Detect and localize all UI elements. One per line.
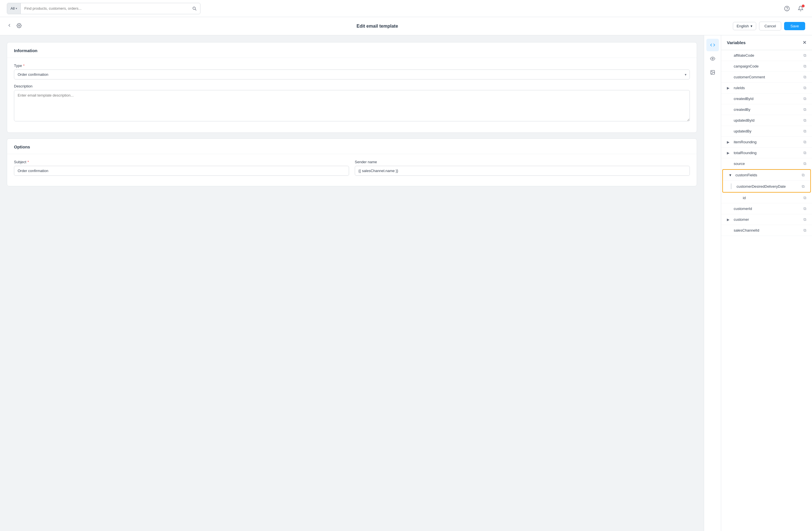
svg-point-4 xyxy=(18,25,20,26)
var-item-salesChannelId: ▶ salesChannelId ⧉ xyxy=(721,225,812,236)
var-name: itemRounding xyxy=(734,140,756,144)
var-item-customerComment: ▶ customerComment ⧉ xyxy=(721,72,812,83)
svg-point-5 xyxy=(712,58,713,59)
content-area: Information Type * Order confirmation ▾ xyxy=(0,35,704,531)
var-item-affiliateCode: ▶ affiliateCode ⧉ xyxy=(721,50,812,61)
type-select[interactable]: Order confirmation xyxy=(14,70,690,80)
var-name: salesChannelId xyxy=(734,228,759,232)
copy-customerDesiredDeliveryDate-button[interactable]: ⧉ xyxy=(802,184,804,189)
expand-itemRounding-button[interactable]: ▶ xyxy=(727,140,731,144)
sidebar-panel xyxy=(704,35,721,531)
var-item-ruleIds: ▶ ruleIds ⧉ xyxy=(721,83,812,94)
search-filter-dropdown[interactable]: All ▾ xyxy=(7,3,21,14)
var-item-updatedById: ▶ updatedById ⧉ xyxy=(721,115,812,126)
var-item-customFields: ▼ customFields ⧉ xyxy=(723,170,810,181)
search-input[interactable] xyxy=(21,3,189,14)
copy-customFields-button[interactable]: ⧉ xyxy=(802,173,804,177)
tab-preview[interactable] xyxy=(706,53,719,65)
subject-label: Subject * xyxy=(14,160,349,164)
copy-affiliateCode-button[interactable]: ⧉ xyxy=(803,53,806,58)
information-card: Information Type * Order confirmation ▾ xyxy=(7,42,697,133)
expand-ruleIds-button[interactable]: ▶ xyxy=(727,86,731,90)
information-card-title: Information xyxy=(7,42,697,58)
page-actions: English ▾ Cancel Save xyxy=(733,21,805,30)
type-label: Type * xyxy=(14,63,690,68)
variables-title: Variables xyxy=(727,40,746,45)
tree-line xyxy=(731,184,733,189)
search-bar: All ▾ xyxy=(7,3,200,14)
page-header: Edit email template English ▾ Cancel Sav… xyxy=(0,17,812,35)
var-name: createdBy xyxy=(734,107,751,112)
subject-field-group: Subject * xyxy=(14,160,349,176)
copy-createdById-button[interactable]: ⧉ xyxy=(803,96,806,101)
copy-source-button[interactable]: ⧉ xyxy=(803,161,806,166)
var-name: affiliateCode xyxy=(734,53,754,58)
copy-ruleIds-button[interactable]: ⧉ xyxy=(803,85,806,90)
copy-itemRounding-button[interactable]: ⧉ xyxy=(803,140,806,144)
var-name: id xyxy=(743,196,746,200)
options-card-title: Options xyxy=(7,139,697,154)
sender-name-input[interactable] xyxy=(355,166,690,176)
copy-salesChannelId-button[interactable]: ⧉ xyxy=(803,228,806,233)
var-name: customerDesiredDeliveryDate xyxy=(737,184,786,189)
var-name: ruleIds xyxy=(734,86,745,90)
copy-customer-button[interactable]: ⧉ xyxy=(803,217,806,222)
filter-label: All xyxy=(11,6,15,11)
var-name: createdById xyxy=(734,97,753,101)
expand-customFields-button[interactable]: ▼ xyxy=(728,173,733,177)
var-name: totalRounding xyxy=(734,151,756,155)
notification-badge xyxy=(802,4,804,8)
variables-panel: Variables ✕ ▶ affiliateCode ⧉ ▶ campaign… xyxy=(721,35,812,531)
customFields-highlighted-group: ▼ customFields ⧉ customerDesiredDelivery… xyxy=(722,169,811,192)
var-name: customerComment xyxy=(734,75,765,79)
var-item-campaignCode: ▶ campaignCode ⧉ xyxy=(721,61,812,72)
sender-name-label: Sender name xyxy=(355,160,690,164)
type-select-wrapper: Order confirmation ▾ xyxy=(14,70,690,80)
copy-updatedBy-button[interactable]: ⧉ xyxy=(803,129,806,134)
svg-point-7 xyxy=(711,71,712,72)
svg-line-1 xyxy=(195,9,196,10)
tab-code[interactable] xyxy=(706,39,719,51)
options-form-row: Subject * Sender name xyxy=(14,160,690,180)
sender-name-field-group: Sender name xyxy=(355,160,690,176)
copy-totalRounding-button[interactable]: ⧉ xyxy=(803,150,806,155)
cancel-button[interactable]: Cancel xyxy=(759,21,781,30)
copy-customerComment-button[interactable]: ⧉ xyxy=(803,75,806,80)
var-name: updatedById xyxy=(734,118,754,123)
filter-chevron-icon: ▾ xyxy=(16,7,17,10)
var-item-createdById: ▶ createdById ⧉ xyxy=(721,94,812,104)
expand-totalRounding-button[interactable]: ▶ xyxy=(727,151,731,155)
var-item-customerId: ▶ customerId ⧉ xyxy=(721,203,812,214)
var-item-source: ▶ source ⧉ xyxy=(721,158,812,169)
expand-customer-button[interactable]: ▶ xyxy=(727,218,731,221)
var-item-itemRounding: ▶ itemRounding ⧉ xyxy=(721,137,812,147)
copy-customerId-button[interactable]: ⧉ xyxy=(803,206,806,211)
search-submit-button[interactable] xyxy=(189,3,200,14)
var-item-updatedBy: ▶ updatedBy ⧉ xyxy=(721,126,812,137)
description-field-group: Description xyxy=(14,84,690,122)
back-button[interactable] xyxy=(7,23,12,29)
var-item-totalRounding: ▶ totalRounding ⧉ xyxy=(721,147,812,158)
copy-createdBy-button[interactable]: ⧉ xyxy=(803,107,806,112)
type-required-star: * xyxy=(23,63,25,68)
settings-icon[interactable] xyxy=(16,23,21,29)
options-card: Options Subject * Sender name xyxy=(7,139,697,186)
copy-id-button[interactable]: ⧉ xyxy=(803,196,806,200)
tab-image[interactable] xyxy=(706,66,719,78)
copy-updatedById-button[interactable]: ⧉ xyxy=(803,118,806,123)
language-selector[interactable]: English ▾ xyxy=(733,22,756,30)
save-button[interactable]: Save xyxy=(784,22,805,30)
description-textarea[interactable] xyxy=(14,90,690,121)
var-name: customerId xyxy=(734,206,752,211)
help-icon[interactable] xyxy=(782,4,792,13)
subject-required-star: * xyxy=(27,160,29,164)
type-field-group: Type * Order confirmation ▾ xyxy=(14,63,690,80)
notification-icon[interactable] xyxy=(796,4,805,13)
page-title: Edit email template xyxy=(26,24,728,29)
close-variables-button[interactable]: ✕ xyxy=(802,40,806,45)
var-name: campaignCode xyxy=(734,64,758,68)
subject-input[interactable] xyxy=(14,166,349,176)
var-name: source xyxy=(734,161,745,166)
copy-campaignCode-button[interactable]: ⧉ xyxy=(803,64,806,69)
var-item-customer: ▶ customer ⧉ xyxy=(721,214,812,225)
